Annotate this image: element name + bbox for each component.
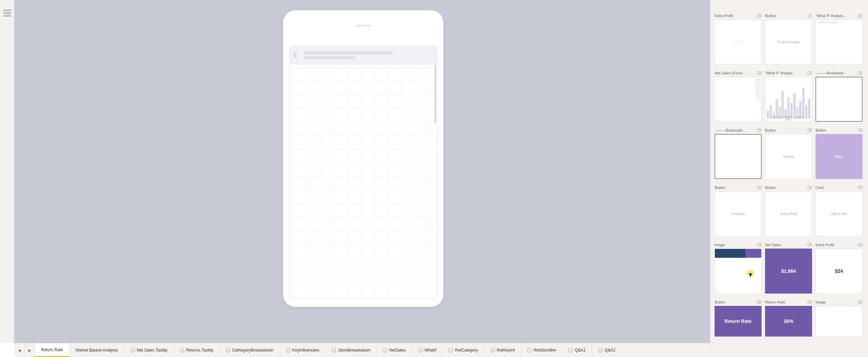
visual-tile-name: ---------Bookmark...	[715, 128, 746, 132]
tooltip-page-icon	[418, 348, 423, 352]
tooltip-page-icon	[449, 348, 453, 352]
page-tab[interactable]: Q&A1	[562, 343, 592, 357]
chart-xaxis-label: Date	[765, 118, 812, 121]
tab-label: Q&A2	[604, 348, 615, 353]
visibility-eye-icon[interactable]	[858, 129, 863, 132]
visibility-eye-icon[interactable]	[807, 300, 812, 304]
visual-tile[interactable]: Tabular	[765, 134, 812, 179]
page-tab[interactable]: CathegoryBreackdown	[220, 343, 280, 357]
tooltip-page-icon	[598, 348, 602, 352]
tile-content: Forecast	[732, 212, 745, 216]
tooltip-page-icon	[226, 348, 230, 352]
tab-label: Return Rate	[41, 347, 63, 352]
page-tab[interactable]: Return Rate	[35, 343, 70, 357]
tab-label: RetCategory	[455, 348, 478, 353]
tile-value: $24	[734, 39, 742, 45]
tile-content: Tabular	[783, 155, 794, 159]
visual-tile-name: Button	[815, 128, 826, 132]
visibility-eye-icon[interactable]	[807, 71, 812, 75]
visibility-eye-icon[interactable]	[858, 243, 863, 247]
tooltip-page-icon	[569, 348, 573, 352]
tab-scroll-right[interactable]: ▶	[25, 343, 35, 357]
visibility-eye-icon[interactable]	[858, 186, 863, 189]
visual-tile[interactable]: +−	[715, 77, 762, 122]
page-tab[interactable]: KeyInfluencers	[280, 343, 326, 357]
visual-tile[interactable]: Return Rate	[715, 306, 762, 337]
visual-tile[interactable]: Profit Increase	[765, 19, 812, 64]
tile-content: Office 365	[831, 212, 847, 216]
visual-tile-name: Button	[765, 185, 776, 190]
scrollbar-thumb[interactable]	[435, 65, 436, 123]
tab-label: RetKeyInf	[497, 348, 515, 353]
visibility-eye-icon[interactable]	[757, 243, 762, 247]
visibility-eye-icon[interactable]	[807, 14, 812, 17]
page-tab[interactable]: RetCategory	[443, 343, 484, 357]
visual-tile-name: "What If" Analysi...	[765, 71, 796, 75]
tile-value: $24	[835, 268, 843, 274]
page-tab[interactable]: StoreBreackdown	[326, 343, 377, 357]
mobile-layout-canvas[interactable]	[14, 0, 710, 343]
visibility-eye-icon[interactable]	[757, 300, 762, 304]
visual-tile[interactable]: Office 365	[815, 191, 863, 236]
visual-tile[interactable]: ● Predicted Net Sales● ...	[815, 19, 863, 64]
visual-tile-name: Net Sales (Forec...	[715, 71, 746, 75]
chart-xticks: Jan 2019 · Mar 20... · May 2...	[765, 116, 812, 118]
tab-label: CathegoryBreackdown	[232, 348, 273, 353]
back-chevron-icon	[293, 52, 300, 59]
tab-label: RetStoreBre	[533, 348, 556, 353]
visual-tile[interactable]: $1,984	[765, 249, 812, 294]
tile-content: $1,984	[781, 268, 796, 274]
visual-tile[interactable]	[715, 249, 762, 294]
visibility-eye-icon[interactable]	[757, 14, 762, 17]
visual-tile-name: Extra Profit	[715, 14, 733, 18]
page-tab[interactable]: Net Sales Tooltip	[124, 343, 174, 357]
layout-grid[interactable]	[292, 67, 434, 296]
page-tab[interactable]: RetKeyInf	[485, 343, 521, 357]
visual-tile[interactable]	[715, 134, 762, 179]
visual-tile[interactable]: $24	[715, 19, 762, 64]
tile-content: Profit Increase	[778, 40, 799, 44]
tile-content: 26%	[784, 318, 793, 324]
tab-label: Q&A1	[575, 348, 586, 353]
visibility-eye-icon[interactable]	[807, 243, 812, 247]
tab-scroll-left[interactable]: ◀	[14, 343, 25, 357]
visual-tile-name: Button	[765, 128, 776, 132]
visibility-eye-icon[interactable]	[757, 71, 762, 75]
page-tab[interactable]: NetSales	[377, 343, 412, 357]
visual-tile-name: Button	[715, 185, 725, 190]
tab-label: WhatIf	[425, 348, 437, 353]
visual-tile[interactable]	[815, 77, 863, 122]
visual-tile-name: Image	[715, 243, 725, 247]
visual-tile[interactable]: Extra Profit	[765, 191, 812, 236]
visual-tile[interactable]: 26%	[765, 306, 812, 337]
page-tab[interactable]: Market Basket Analysis	[70, 343, 124, 357]
visibility-eye-icon[interactable]	[858, 71, 863, 75]
visual-tile-name: Extra Profit	[815, 243, 834, 247]
visibility-eye-icon[interactable]	[757, 129, 762, 132]
visual-tile[interactable]: Jan 2019 · Mar 20... · May 2...Date	[765, 77, 812, 122]
visual-tile[interactable]: $24	[815, 249, 863, 294]
tab-label: KeyInfluencers	[292, 348, 319, 353]
phone-frame	[283, 10, 443, 307]
page-tab[interactable]: Returns Tooltip	[174, 343, 220, 357]
mouse-cursor	[746, 269, 754, 278]
visibility-eye-icon[interactable]	[807, 186, 812, 189]
phone-screen[interactable]	[289, 46, 437, 298]
tab-label: NetSales	[389, 348, 406, 353]
visual-tile[interactable]: Map	[815, 134, 863, 179]
page-tab[interactable]: WhatIf	[412, 343, 443, 357]
page-tab[interactable]: RetStoreBre	[521, 343, 562, 357]
visual-tile-name: Image	[815, 300, 826, 304]
visibility-eye-icon[interactable]	[858, 14, 863, 17]
visual-tile-name: Button	[765, 14, 776, 18]
tooltip-page-icon	[131, 348, 135, 352]
visibility-eye-icon[interactable]	[807, 129, 812, 132]
visual-tile[interactable]: Forecast	[715, 191, 762, 236]
mobile-layout-icon[interactable]	[3, 10, 11, 17]
visibility-eye-icon[interactable]	[858, 300, 863, 304]
tooltip-page-icon	[491, 348, 495, 352]
visibility-eye-icon[interactable]	[757, 186, 762, 189]
page-tab[interactable]: Q&A2	[592, 343, 622, 357]
tile-content: Extra Profit	[780, 212, 797, 216]
visual-tile[interactable]	[815, 306, 863, 337]
